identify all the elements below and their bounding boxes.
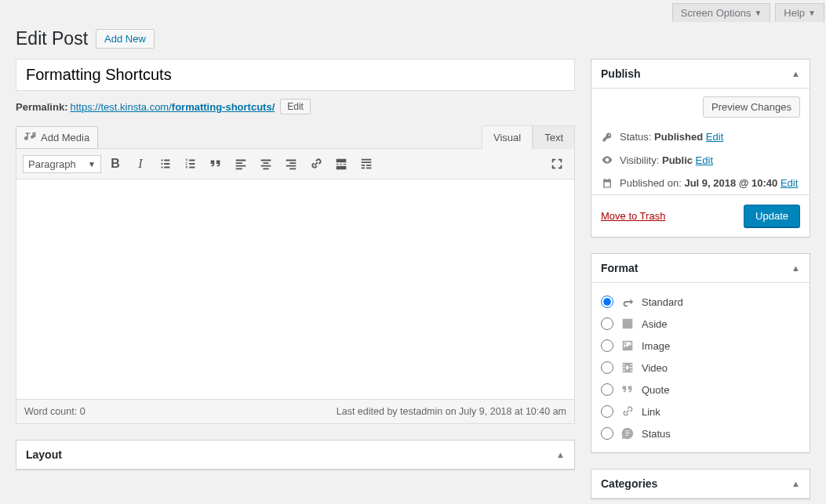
format-box-header[interactable]: Format ▲ bbox=[591, 254, 810, 283]
categories-box: Categories ▲ bbox=[591, 469, 810, 499]
preview-changes-button[interactable]: Preview Changes bbox=[703, 96, 800, 118]
format-option-image[interactable]: Image bbox=[601, 335, 800, 357]
format-radio[interactable] bbox=[601, 317, 613, 330]
permalink-label: Permalink: bbox=[16, 101, 67, 113]
format-radio[interactable] bbox=[601, 339, 613, 352]
update-button[interactable]: Update bbox=[744, 205, 800, 227]
caret-up-icon: ▲ bbox=[556, 450, 565, 459]
bullet-list-button[interactable] bbox=[155, 153, 176, 175]
format-box: Format ▲ StandardAsideImageVideoQuoteLin… bbox=[591, 253, 810, 453]
format-option-quote[interactable]: Quote bbox=[601, 379, 800, 401]
quote-format-icon bbox=[620, 383, 635, 397]
edit-status-link[interactable]: Edit bbox=[706, 131, 723, 143]
layout-box-title: Layout bbox=[26, 448, 62, 461]
key-icon bbox=[601, 132, 613, 143]
link-format-icon bbox=[620, 404, 635, 419]
editor-content[interactable] bbox=[16, 179, 574, 399]
format-radio[interactable] bbox=[601, 383, 613, 396]
aside-format-icon bbox=[620, 317, 635, 331]
edit-permalink-button[interactable]: Edit bbox=[280, 99, 311, 114]
categories-box-header[interactable]: Categories ▲ bbox=[591, 470, 810, 499]
screen-options-button[interactable]: Screen Options ▼ bbox=[672, 3, 771, 22]
format-box-title: Format bbox=[601, 262, 638, 274]
tab-visual[interactable]: Visual bbox=[482, 125, 533, 149]
status-format-icon bbox=[620, 426, 635, 441]
visibility-line: Visibility: Public Edit bbox=[591, 148, 810, 172]
align-center-button[interactable] bbox=[255, 153, 277, 175]
publish-box-header[interactable]: Publish ▲ bbox=[591, 60, 810, 89]
edit-date-link[interactable]: Edit bbox=[781, 177, 798, 189]
format-radio[interactable] bbox=[601, 427, 613, 440]
align-left-button[interactable] bbox=[230, 153, 252, 175]
format-label: Link bbox=[642, 406, 660, 418]
caret-down-icon: ▼ bbox=[754, 9, 762, 17]
format-label: Aside bbox=[642, 318, 668, 330]
tab-text[interactable]: Text bbox=[533, 125, 575, 149]
format-option-standard[interactable]: Standard bbox=[601, 291, 800, 313]
permalink-link[interactable]: https://test.kinsta.com/formatting-short… bbox=[70, 101, 275, 113]
publish-box: Publish ▲ Preview Changes Status: Publis… bbox=[591, 59, 810, 237]
categories-box-title: Categories bbox=[601, 477, 657, 490]
image-format-icon bbox=[620, 339, 635, 353]
read-more-button[interactable] bbox=[330, 153, 352, 175]
eye-icon bbox=[601, 154, 613, 166]
last-edited: Last edited by testadmin on July 9, 2018… bbox=[337, 406, 566, 417]
format-radio[interactable] bbox=[601, 361, 613, 374]
help-button[interactable]: Help ▼ bbox=[775, 3, 824, 22]
publish-box-title: Publish bbox=[601, 67, 641, 80]
caret-down-icon: ▼ bbox=[88, 160, 96, 169]
caret-up-icon: ▲ bbox=[791, 479, 800, 488]
layout-box-header[interactable]: Layout ▲ bbox=[16, 441, 574, 470]
format-label: Status bbox=[642, 428, 671, 440]
toolbar-toggle-button[interactable] bbox=[355, 153, 377, 175]
format-option-link[interactable]: Link bbox=[601, 401, 800, 422]
status-line: Status: Published Edit bbox=[591, 125, 810, 148]
permalink-row: Permalink: https://test.kinsta.com/forma… bbox=[16, 99, 575, 114]
camera-music-icon bbox=[24, 130, 37, 145]
format-radio[interactable] bbox=[601, 405, 613, 418]
format-radio[interactable] bbox=[601, 296, 613, 308]
caret-down-icon: ▼ bbox=[808, 9, 816, 17]
video-format-icon bbox=[620, 361, 635, 375]
page-title: Edit Post bbox=[16, 28, 88, 49]
word-count: Word count: 0 bbox=[24, 406, 86, 417]
caret-up-icon: ▲ bbox=[791, 263, 800, 273]
add-new-button[interactable]: Add New bbox=[96, 29, 155, 49]
blockquote-button[interactable] bbox=[205, 153, 227, 175]
format-option-status[interactable]: Status bbox=[601, 422, 800, 444]
format-option-video[interactable]: Video bbox=[601, 357, 800, 379]
numbered-list-button[interactable] bbox=[180, 153, 202, 175]
format-label: Standard bbox=[642, 296, 683, 308]
bold-button[interactable]: B bbox=[104, 153, 126, 175]
calendar-icon bbox=[601, 178, 613, 189]
format-label: Image bbox=[642, 340, 670, 352]
format-label: Video bbox=[642, 362, 668, 374]
published-on-line: Published on: Jul 9, 2018 @ 10:40 Edit bbox=[591, 172, 810, 194]
edit-visibility-link[interactable]: Edit bbox=[696, 154, 713, 166]
format-option-aside[interactable]: Aside bbox=[601, 313, 800, 335]
format-label: Quote bbox=[642, 384, 669, 396]
add-media-button[interactable]: Add Media bbox=[16, 126, 98, 149]
paragraph-select[interactable]: Paragraph▼ bbox=[23, 155, 101, 173]
fullscreen-button[interactable] bbox=[546, 153, 568, 175]
insert-link-button[interactable] bbox=[305, 153, 327, 175]
align-right-button[interactable] bbox=[280, 153, 302, 175]
standard-format-icon bbox=[620, 295, 635, 309]
move-to-trash-link[interactable]: Move to Trash bbox=[601, 210, 665, 222]
italic-button[interactable]: I bbox=[129, 153, 151, 175]
caret-up-icon: ▲ bbox=[791, 69, 800, 78]
post-title-input[interactable] bbox=[16, 59, 575, 91]
